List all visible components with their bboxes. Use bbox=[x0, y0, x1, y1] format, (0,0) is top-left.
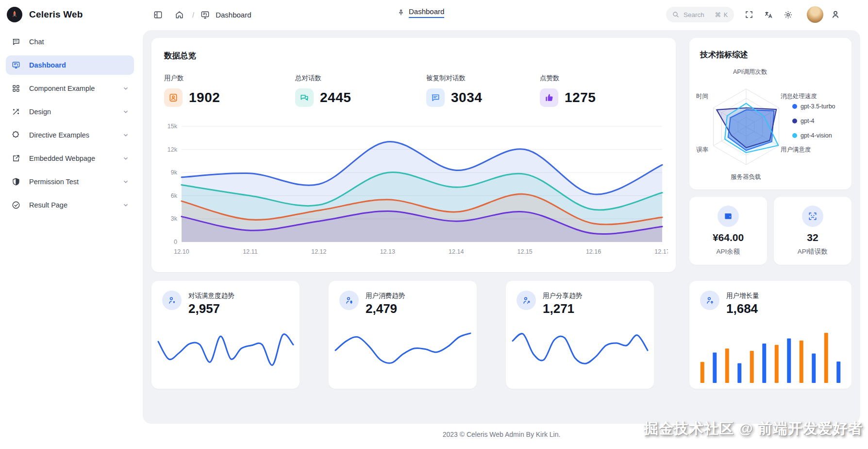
api-balance-label: API余额 bbox=[689, 247, 767, 256]
legend-dot bbox=[792, 133, 797, 138]
pin-icon bbox=[397, 9, 405, 17]
legend-dot bbox=[792, 119, 797, 123]
wallet-icon bbox=[718, 206, 739, 227]
sidebar-nav: Chat Dashboard Component Example Design … bbox=[0, 29, 140, 449]
svg-text:15k: 15k bbox=[167, 123, 178, 130]
svg-text:12.12: 12.12 bbox=[311, 248, 326, 255]
sidebar-item-dashboard[interactable]: Dashboard bbox=[6, 55, 134, 75]
chat-double-icon bbox=[295, 88, 314, 107]
dashboard-crumb-icon bbox=[199, 6, 211, 23]
chevron-down-icon bbox=[122, 178, 129, 185]
sidebar-collapse-button[interactable] bbox=[150, 6, 166, 23]
chevron-down-icon bbox=[122, 202, 129, 208]
svg-text:12.16: 12.16 bbox=[586, 248, 601, 255]
trend-title: 用户消费趋势 bbox=[366, 292, 405, 300]
sidebar-item-label: Embedded Webpage bbox=[29, 155, 95, 162]
api-balance-card: ¥64.00 API余额 bbox=[689, 197, 767, 265]
tab-dashboard[interactable]: Dashboard bbox=[397, 7, 444, 18]
tab-dashboard-label: Dashboard bbox=[409, 7, 444, 18]
trend-value: 2,957 bbox=[188, 301, 220, 316]
sidebar-item-label: Result Page bbox=[29, 201, 67, 209]
svg-text:12.14: 12.14 bbox=[449, 248, 464, 255]
settings-gear-button[interactable] bbox=[780, 6, 796, 23]
stat-value: 1902 bbox=[189, 90, 220, 105]
svg-text:3k: 3k bbox=[171, 215, 178, 222]
sidebar-item-label: Design bbox=[29, 108, 51, 116]
main-content: 数据总览 用户数 1902 总对话数 2445 bbox=[143, 30, 860, 424]
user-icon bbox=[164, 88, 183, 107]
overview-area-chart: 03k6k9k12k15k12.1012.1112.1212.1312.1412… bbox=[159, 120, 668, 265]
external-link-icon bbox=[12, 154, 20, 163]
svg-text:12.17: 12.17 bbox=[654, 248, 668, 255]
sidebar-item-label: Directive Examples bbox=[29, 131, 89, 139]
svg-text:9k: 9k bbox=[171, 169, 178, 176]
radar-axis-msg-speed: 消息处理速度 bbox=[781, 92, 817, 101]
legend-gpt4vision[interactable]: gpt-4-vision bbox=[792, 132, 832, 139]
radar-axis-satisfaction: 用户满意度 bbox=[781, 146, 811, 154]
sidebar-item-label: Permission Test bbox=[29, 178, 79, 186]
trend-value: 1,271 bbox=[543, 301, 574, 316]
stat-value: 3034 bbox=[451, 90, 482, 105]
user-growth-card: 用户增长量 1,684 bbox=[689, 281, 851, 389]
stat-users: 用户数 1902 bbox=[164, 74, 281, 107]
api-errors-card: 32 API错误数 bbox=[774, 197, 851, 265]
legend-gpt4[interactable]: gpt-4 bbox=[792, 118, 815, 124]
sidebar-item-component-example[interactable]: Component Example bbox=[6, 79, 134, 98]
trend-value: 1,684 bbox=[726, 301, 758, 316]
dashboard-icon bbox=[12, 61, 20, 69]
translate-button[interactable] bbox=[760, 6, 777, 23]
breadcrumb-separator: / bbox=[192, 11, 194, 19]
sidebar-item-embedded-webpage[interactable]: Embedded Webpage bbox=[6, 149, 134, 168]
sidebar-item-label: Chat bbox=[29, 38, 44, 46]
stat-label: 被复制对话数 bbox=[426, 74, 543, 83]
share-trend-card: 用户分享趋势 1,271 bbox=[506, 281, 654, 389]
spending-trend-card: 用户消费趋势 2,479 bbox=[329, 281, 477, 389]
radar-axis-api-calls: API调用次数 bbox=[733, 68, 767, 76]
user-avatar[interactable] bbox=[807, 6, 823, 23]
legend-gpt35turbo[interactable]: gpt-3.5-turbo bbox=[792, 103, 835, 110]
watermark: 掘金技术社区 @ 前端开发爱好者 bbox=[644, 419, 863, 439]
sidebar-item-result-page[interactable]: Result Page bbox=[6, 195, 134, 215]
fullscreen-button[interactable] bbox=[741, 6, 757, 23]
svg-text:6k: 6k bbox=[171, 192, 178, 199]
radar-axis-server-load: 服务器负载 bbox=[731, 173, 761, 181]
api-errors-value: 32 bbox=[774, 232, 851, 243]
api-errors-label: API错误数 bbox=[774, 247, 851, 256]
stat-label: 总对话数 bbox=[295, 74, 412, 83]
trend-value: 2,479 bbox=[366, 301, 397, 316]
home-icon[interactable] bbox=[171, 6, 187, 23]
stat-copied: 被复制对话数 3034 bbox=[426, 74, 543, 107]
stat-value: 1275 bbox=[565, 90, 596, 105]
radar-card: 技术指标综述 API调用次数 消息处理速度 用户满意度 服务器负载 误率 时间 … bbox=[689, 38, 851, 190]
app-logo[interactable]: Celeris Web bbox=[7, 7, 83, 22]
search-input[interactable]: Search ⌘ K bbox=[666, 7, 734, 22]
overview-card: 数据总览 用户数 1902 总对话数 2445 bbox=[151, 38, 676, 272]
sidebar-item-design[interactable]: Design bbox=[6, 102, 134, 121]
satisfaction-sparkline bbox=[155, 326, 296, 383]
share-sparkline bbox=[510, 326, 651, 383]
stat-value: 2445 bbox=[320, 90, 351, 105]
overview-title: 数据总览 bbox=[164, 51, 196, 61]
stat-label: 点赞数 bbox=[540, 74, 656, 83]
svg-text:12.13: 12.13 bbox=[380, 248, 395, 255]
check-circle-icon bbox=[12, 201, 20, 209]
chevron-down-icon bbox=[122, 108, 129, 115]
sidebar-item-permission-test[interactable]: Permission Test bbox=[6, 172, 134, 191]
search-placeholder: Search bbox=[684, 11, 711, 18]
sidebar-item-directive-examples[interactable]: Directive Examples bbox=[6, 125, 134, 145]
api-balance-value: ¥64.00 bbox=[689, 232, 767, 243]
sidebar-item-label: Component Example bbox=[29, 85, 95, 92]
svg-text:0: 0 bbox=[174, 239, 177, 245]
chat-copy-icon bbox=[426, 88, 445, 107]
user-growth-bar-chart bbox=[696, 326, 845, 383]
error-scan-icon bbox=[802, 206, 823, 227]
sidebar-item-chat[interactable]: Chat bbox=[6, 32, 134, 52]
breadcrumb-page[interactable]: Dashboard bbox=[216, 11, 251, 19]
tech-radar-chart bbox=[703, 83, 789, 171]
profile-person-button[interactable] bbox=[827, 6, 844, 23]
logo-rocket-icon bbox=[7, 7, 22, 22]
components-icon bbox=[12, 84, 20, 93]
spending-sparkline bbox=[333, 326, 473, 383]
sidebar-item-label: Dashboard bbox=[29, 61, 66, 69]
shield-icon bbox=[12, 177, 20, 186]
